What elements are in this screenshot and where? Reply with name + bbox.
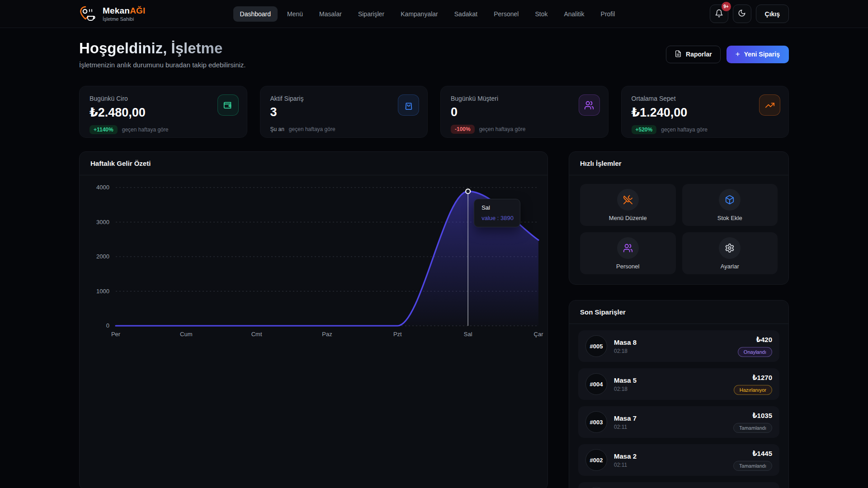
package-icon — [719, 189, 741, 211]
logout-button[interactable]: Çıkış — [756, 5, 789, 23]
gear-icon — [719, 237, 741, 259]
quick-actions-grid: Menü Düzenle Stok Ekle Personel Ayarlar — [569, 175, 788, 284]
order-time: 02:11 — [614, 424, 733, 430]
order-status-badge: Tamamlandı — [733, 423, 772, 433]
nav-item-masalar[interactable]: Masalar — [312, 6, 349, 22]
stat-change-badge: +520% — [632, 125, 657, 134]
x-axis-tick: Pzt — [393, 331, 402, 338]
notifications-button[interactable]: 9+ — [710, 5, 728, 23]
stat-note: geçen haftaya göre — [122, 127, 169, 133]
reports-button[interactable]: Raporlar — [666, 46, 721, 63]
order-row-005[interactable]: #005 Masa 8 02:18 ₺420 Onaylandı — [578, 330, 779, 362]
utensils-icon — [617, 189, 639, 211]
quick-action-menü-düzenle[interactable]: Menü Düzenle — [580, 184, 676, 226]
plus-icon: + — [736, 50, 740, 59]
users-icon — [579, 94, 600, 116]
new-order-button[interactable]: + Yeni Sipariş — [726, 46, 789, 63]
bell-icon — [715, 9, 723, 19]
theme-toggle-button[interactable] — [733, 5, 751, 23]
order-status-badge: Onaylandı — [738, 347, 772, 357]
brand-subtitle: İşletme Sahibi — [103, 16, 146, 22]
stat-value: 3 — [270, 105, 418, 119]
quick-action-stok-ekle[interactable]: Stok Ekle — [682, 184, 778, 226]
stat-value: 0 — [451, 105, 598, 119]
wallet-icon — [217, 94, 239, 116]
order-status-badge: Hazırlanıyor — [734, 385, 772, 395]
active-point-marker — [466, 189, 470, 193]
shopping-bag-icon — [398, 94, 419, 116]
y-axis-tick: 0 — [106, 322, 109, 329]
chart-title: Haftalık Gelir Özeti — [90, 160, 537, 167]
quick-actions-title: Hızlı İşlemler — [580, 160, 778, 167]
stat-value: ₺2.480,00 — [90, 105, 237, 120]
nav-item-menü[interactable]: Menü — [280, 6, 310, 22]
right-column: Hızlı İşlemler Menü Düzenle Stok Ekle Pe… — [569, 151, 789, 488]
y-axis-tick: 1000 — [96, 288, 109, 295]
order-id-badge: #002 — [585, 449, 607, 471]
order-table-name: Masa 8 — [614, 338, 738, 346]
revenue-chart-svg: 01000200030004000PerCumCmtPazPztSalÇar — [80, 177, 547, 349]
navbar-actions: 9+ Çıkış — [710, 5, 789, 23]
stat-change-badge: +1140% — [90, 125, 118, 134]
brand: MekanAĞI İşletme Sahibi — [79, 5, 146, 23]
nav-item-siparişler[interactable]: Siparişler — [351, 6, 391, 22]
stat-card-blue: Aktif Sipariş 3 Şu an geçen haftaya göre — [260, 86, 428, 138]
stat-label: Ortalama Sepet — [632, 95, 779, 102]
order-row-001[interactable]: #001 Masa 10 02:11 ₺2240 Hazır — [578, 482, 779, 488]
top-navbar: MekanAĞI İşletme Sahibi DashboardMenüMas… — [0, 0, 868, 28]
quick-actions-panel: Hızlı İşlemler Menü Düzenle Stok Ekle Pe… — [569, 151, 789, 285]
order-status-badge: Tamamlandı — [733, 461, 772, 471]
revenue-area — [116, 191, 538, 326]
nav-item-kampanyalar[interactable]: Kampanyalar — [394, 6, 445, 22]
brand-name: MekanAĞI — [103, 6, 146, 16]
stat-label: Bugünkü Müşteri — [451, 95, 598, 102]
order-amount: ₺1445 — [733, 450, 772, 458]
order-row-003[interactable]: #003 Masa 7 02:11 ₺1035 Tamamlandı — [578, 406, 779, 438]
order-table-name: Masa 2 — [614, 452, 733, 460]
order-id-badge: #003 — [585, 411, 607, 433]
welcome-row: Hoşgeldiniz, İşletme İşletmenizin anlık … — [79, 40, 789, 69]
stat-card-green: Bugünkü Ciro ₺2.480,00 +1140% geçen haft… — [79, 86, 247, 138]
stats-grid: Bugünkü Ciro ₺2.480,00 +1140% geçen haft… — [79, 86, 789, 138]
stat-change-badge: Şu an — [270, 125, 284, 134]
order-id-badge: #004 — [585, 373, 607, 395]
stat-label: Aktif Sipariş — [270, 95, 418, 102]
revenue-chart[interactable]: 01000200030004000PerCumCmtPazPztSalÇar S… — [80, 177, 547, 349]
main-grid: Haftalık Gelir Özeti 01000200030004000Pe… — [79, 151, 789, 488]
order-time: 02:18 — [614, 348, 738, 354]
quick-action-personel[interactable]: Personel — [580, 232, 676, 274]
page-subtitle: İşletmenizin anlık durumunu buradan taki… — [79, 61, 246, 69]
nav-item-profil[interactable]: Profil — [594, 6, 622, 22]
order-row-002[interactable]: #002 Masa 2 02:11 ₺1445 Tamamlandı — [578, 444, 779, 476]
trending-up-icon — [759, 94, 780, 116]
y-axis-tick: 4000 — [96, 184, 109, 191]
order-id-badge: #005 — [585, 335, 607, 357]
recent-orders-title: Son Siparişler — [580, 308, 778, 316]
notification-count-badge: 9+ — [722, 2, 731, 11]
nav-item-dashboard[interactable]: Dashboard — [233, 6, 278, 22]
stat-card-purple: Bugünkü Müşteri 0 -100% geçen haftaya gö… — [440, 86, 609, 138]
stat-note: geçen haftaya göre — [661, 127, 708, 133]
y-axis-tick: 3000 — [96, 219, 109, 225]
quick-action-ayarlar[interactable]: Ayarlar — [682, 232, 778, 274]
stat-note: geçen haftaya göre — [289, 126, 335, 132]
x-axis-tick: Sal — [464, 331, 472, 338]
weekly-revenue-card: Haftalık Gelir Özeti 01000200030004000Pe… — [79, 151, 548, 488]
order-time: 02:11 — [614, 462, 733, 468]
brand-logo-icon — [79, 5, 97, 23]
nav-item-sadakat[interactable]: Sadakat — [448, 6, 484, 22]
order-amount: ₺1035 — [733, 412, 772, 420]
x-axis-tick: Çar — [534, 331, 544, 338]
dashboard-page: Hoşgeldiniz, İşletme İşletmenizin anlık … — [79, 28, 789, 488]
x-axis-tick: Paz — [322, 331, 332, 338]
stat-note: geçen haftaya göre — [479, 126, 526, 132]
nav-item-stok[interactable]: Stok — [528, 6, 554, 22]
stat-value: ₺1.240,00 — [632, 105, 779, 120]
page-title: Hoşgeldiniz, İşletme — [79, 40, 246, 57]
nav-item-analitik[interactable]: Analitik — [557, 6, 591, 22]
nav-item-personel[interactable]: Personel — [487, 6, 525, 22]
x-axis-tick: Cmt — [251, 331, 262, 338]
order-row-004[interactable]: #004 Masa 5 02:18 ₺1270 Hazırlanıyor — [578, 368, 779, 400]
main-navigation: DashboardMenüMasalarSiparişlerKampanyala… — [233, 6, 622, 22]
users-icon — [617, 237, 639, 259]
